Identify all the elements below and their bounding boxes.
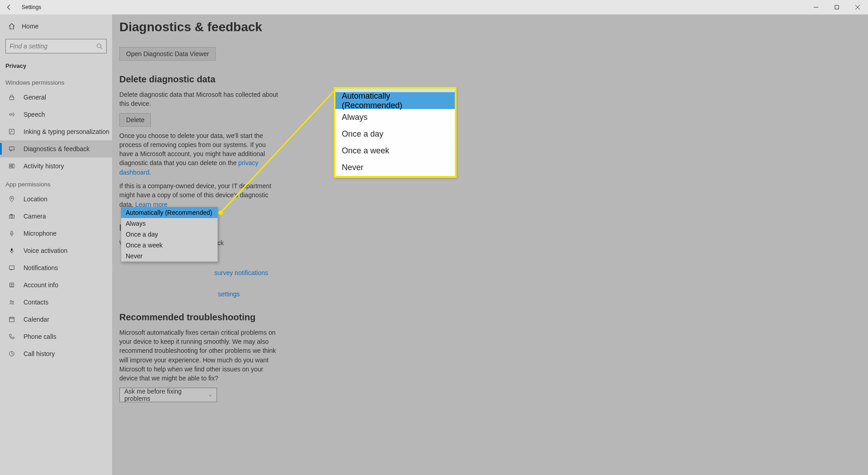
- sidebar-item-location[interactable]: Location: [0, 190, 112, 208]
- microphone-icon: [8, 230, 15, 237]
- page-title: Diagnostics & feedback: [119, 20, 868, 34]
- svg-rect-6: [10, 97, 14, 100]
- sidebar-item-phone-calls[interactable]: Phone calls: [0, 328, 112, 345]
- chevron-down-icon: ⌄: [208, 392, 212, 397]
- call-history-icon: [8, 350, 15, 357]
- sidebar-group-windows-permissions: Windows permissions: [0, 73, 112, 89]
- delete-diagnostic-note: Once you choose to delete your data, we'…: [119, 131, 280, 177]
- sidebar-item-calendar[interactable]: Calendar: [0, 311, 112, 328]
- dropdown-option[interactable]: Automatically (Recommended): [121, 207, 217, 218]
- svg-point-21: [11, 284, 13, 285]
- sidebar-item-label: Diagnostics & feedback: [24, 145, 90, 152]
- account-icon: [8, 281, 15, 289]
- delete-diagnostic-heading: Delete diagnostic data: [119, 74, 409, 85]
- lock-icon: [8, 94, 15, 101]
- delete-diagnostic-it-note: If this is a company-owned device, your …: [119, 181, 280, 209]
- phone-icon: [8, 333, 15, 340]
- svg-point-13: [11, 198, 13, 199]
- camera-icon: [8, 213, 15, 220]
- back-button[interactable]: [0, 4, 18, 10]
- survey-notifications-link-row: survey notifications: [119, 268, 280, 277]
- feedback-frequency-callout: Automatically (Recommended) Always Once …: [334, 87, 457, 178]
- troubleshooting-select[interactable]: Ask me before fixing problems ⌄: [119, 388, 217, 402]
- svg-rect-11: [9, 166, 12, 168]
- sidebar-item-label: Call history: [24, 350, 55, 357]
- contacts-icon: [8, 299, 15, 306]
- sidebar-item-general[interactable]: General: [0, 89, 112, 106]
- sidebar-item-label: Voice activation: [24, 247, 67, 254]
- svg-rect-19: [9, 266, 14, 270]
- svg-rect-24: [9, 318, 14, 322]
- sidebar-section: Privacy: [0, 58, 112, 73]
- svg-point-7: [9, 114, 11, 115]
- speech-icon: [8, 111, 15, 118]
- sidebar-item-label: Phone calls: [24, 333, 56, 340]
- main-content: Diagnostics & feedback Open Diagnostic D…: [112, 14, 868, 475]
- svg-line-5: [101, 48, 103, 49]
- sidebar-item-call-history[interactable]: Call history: [0, 345, 112, 362]
- sidebar-item-contacts[interactable]: Contacts: [0, 294, 112, 311]
- open-diagnostic-viewer-button[interactable]: Open Diagnostic Data Viewer: [119, 47, 216, 61]
- sidebar-item-microphone[interactable]: Microphone: [0, 225, 112, 242]
- svg-rect-20: [10, 283, 14, 287]
- svg-point-22: [10, 300, 12, 302]
- callout-option[interactable]: Once a day: [335, 126, 455, 142]
- close-button[interactable]: [847, 0, 868, 14]
- sidebar-item-label: Camera: [24, 213, 46, 220]
- sidebar: Home Privacy Windows permissions General…: [0, 14, 112, 475]
- feedback-frequency-dropdown[interactable]: Automatically (Recommended) Always Once …: [121, 207, 218, 262]
- survey-notifications-link[interactable]: survey notifications: [214, 269, 268, 276]
- svg-rect-16: [10, 214, 12, 215]
- sidebar-item-label: Microphone: [24, 230, 57, 237]
- sidebar-item-diagnostics[interactable]: Diagnostics & feedback: [0, 140, 112, 157]
- sidebar-item-camera[interactable]: Camera: [0, 208, 112, 225]
- delete-diagnostic-desc: Delete diagnostic data that Microsoft ha…: [119, 90, 280, 109]
- callout-option[interactable]: Once a week: [335, 142, 455, 159]
- inking-icon: [8, 128, 15, 135]
- sidebar-item-label: Location: [24, 195, 47, 203]
- sidebar-item-notifications[interactable]: Notifications: [0, 259, 112, 276]
- sidebar-item-activity[interactable]: Activity history: [0, 157, 112, 175]
- dropdown-option[interactable]: Once a week: [121, 240, 217, 251]
- sidebar-item-account-info[interactable]: Account info: [0, 276, 112, 294]
- sidebar-home-label: Home: [22, 23, 38, 30]
- svg-rect-17: [11, 231, 13, 234]
- svg-rect-10: [9, 164, 12, 166]
- search-input[interactable]: [9, 43, 96, 50]
- callout-option[interactable]: Automatically (Recommended): [335, 92, 455, 109]
- sidebar-item-voice-activation[interactable]: Voice activation: [0, 242, 112, 259]
- history-icon: [8, 162, 15, 170]
- minimize-button[interactable]: [806, 0, 826, 14]
- sidebar-item-label: Activity history: [24, 162, 64, 170]
- recommended-troubleshooting-desc: Microsoft automatically fixes certain cr…: [119, 328, 278, 383]
- svg-rect-1: [835, 5, 839, 9]
- sidebar-item-label: Inking & typing personalization: [24, 128, 109, 135]
- settings-link-row: settings: [119, 290, 280, 299]
- callout-option[interactable]: Never: [335, 159, 455, 176]
- delete-button[interactable]: Delete: [119, 113, 151, 127]
- sidebar-item-label: Notifications: [24, 264, 58, 271]
- dropdown-option[interactable]: Once a day: [121, 229, 217, 240]
- svg-point-23: [12, 301, 14, 303]
- window-title: Settings: [22, 4, 41, 10]
- callout-option[interactable]: Always: [335, 109, 455, 126]
- svg-point-15: [11, 216, 13, 218]
- svg-rect-9: [9, 147, 14, 150]
- dropdown-option[interactable]: Always: [121, 218, 217, 229]
- dropdown-option[interactable]: Never: [121, 251, 217, 261]
- sidebar-item-label: General: [24, 94, 46, 101]
- sidebar-item-speech[interactable]: Speech: [0, 106, 112, 123]
- settings-link[interactable]: settings: [218, 290, 240, 298]
- feedback-icon: [8, 145, 15, 152]
- sidebar-home[interactable]: Home: [0, 17, 112, 35]
- troubleshooting-select-value: Ask me before fixing problems: [124, 388, 208, 402]
- titlebar: Settings: [0, 0, 868, 14]
- voice-icon: [8, 247, 15, 254]
- sidebar-item-label: Speech: [24, 111, 45, 118]
- sidebar-item-label: Contacts: [24, 299, 48, 306]
- maximize-button[interactable]: [826, 0, 847, 14]
- search-box[interactable]: [5, 39, 107, 53]
- recommended-troubleshooting-heading: Recommended troubleshooting: [119, 312, 409, 323]
- sidebar-item-inking[interactable]: Inking & typing personalization: [0, 123, 112, 140]
- app-body: Home Privacy Windows permissions General…: [0, 14, 868, 475]
